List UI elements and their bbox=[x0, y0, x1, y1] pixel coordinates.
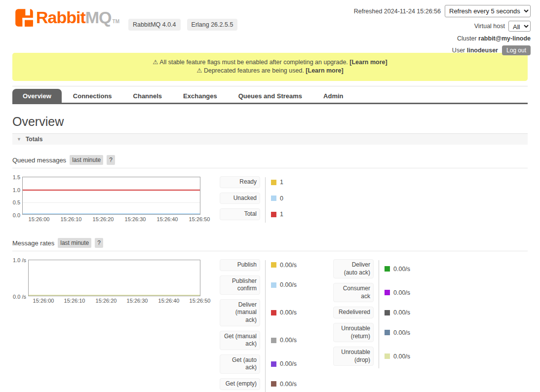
legend-row-consumer-ack: Consumer ack 0.00/s bbox=[333, 283, 447, 302]
tab-exchanges[interactable]: Exchanges bbox=[173, 89, 227, 103]
deliver-auto-ack-color-swatch bbox=[385, 266, 390, 272]
legend-label: Unroutable (return) bbox=[333, 323, 374, 342]
publisher-confirm-color-swatch bbox=[271, 282, 276, 288]
legend-row-publish: Publish 0.00/s bbox=[220, 259, 333, 271]
user-row: User linodeuser Log out bbox=[354, 45, 531, 55]
ready-color-swatch bbox=[271, 180, 276, 185]
total-series-line bbox=[23, 190, 200, 191]
x-tick: 15:26:00 bbox=[33, 298, 54, 304]
legend-label: Unroutable (drop) bbox=[333, 347, 374, 366]
queued-messages-plot: 1.5 1.0 0.5 0.0 15:26:00 15:26:10 15:26:… bbox=[22, 177, 200, 215]
unroutable-return-color-swatch bbox=[385, 330, 390, 335]
queued-messages-legend: Ready 1 Unacked 0 Total 1 bbox=[220, 176, 326, 225]
legend-label: Deliver (manual ack) bbox=[220, 299, 260, 326]
legend-row-get-auto-ack: Get (auto ack) 0.00/s bbox=[220, 354, 333, 374]
user-name: linodeuser bbox=[467, 47, 498, 54]
app-header: Rabbit MQ TM RabbitMQ 4.0.4 Erlang 26.2.… bbox=[0, 0, 540, 53]
get-manual-ack-rate: 0.00/s bbox=[280, 337, 297, 344]
deprecated-warning-text: Deprecated features are being used. bbox=[202, 67, 306, 74]
feature-flags-warning-text: All stable feature flags must be enabled… bbox=[158, 59, 350, 66]
legend-label: Get (auto ack) bbox=[220, 354, 260, 374]
consumer-ack-rate: 0.00/s bbox=[393, 289, 410, 296]
legend-row-get-empty: Get (empty) 0.00/s bbox=[220, 378, 333, 390]
queued-messages-mode-badge[interactable]: last minute bbox=[70, 155, 103, 165]
unacked-series-line bbox=[23, 213, 200, 214]
legend-row-ready: Ready 1 bbox=[220, 176, 326, 188]
logo-text-rabbit: Rabbit bbox=[36, 7, 85, 27]
message-rates-legend-right: Deliver (auto ack) 0.00/s Consumer ack 0… bbox=[333, 259, 447, 370]
rabbitmq-version-badge: RabbitMQ 4.0.4 bbox=[128, 19, 181, 31]
unroutable-return-rate: 0.00/s bbox=[393, 329, 410, 336]
y-tick: 0.0 bbox=[13, 212, 20, 218]
x-tick: 15:26:00 bbox=[29, 216, 50, 222]
get-empty-color-swatch bbox=[271, 381, 276, 387]
version-badges: RabbitMQ 4.0.4 Erlang 26.2.5.5 bbox=[128, 19, 237, 31]
virtual-host-label: Virtual host bbox=[474, 23, 505, 30]
message-rates-legend-left: Publish 0.00/s Publisher confirm 0.00/s … bbox=[220, 259, 333, 392]
legend-label: Redelivered bbox=[333, 307, 374, 318]
queued-messages-help-icon[interactable]: ? bbox=[107, 155, 115, 165]
tab-connections[interactable]: Connections bbox=[63, 89, 122, 103]
refresh-row: Refreshed 2024-11-24 15:26:56 Refresh ev… bbox=[354, 5, 531, 17]
main-nav-tabs: Overview Connections Channels Exchanges … bbox=[12, 86, 528, 104]
page-title: Overview bbox=[12, 115, 528, 129]
legend-divider bbox=[265, 260, 266, 392]
x-tick: 15:26:20 bbox=[96, 298, 117, 304]
message-rates-label: Message rates bbox=[12, 239, 54, 247]
message-rates-mode-badge[interactable]: last minute bbox=[58, 238, 91, 248]
get-manual-ack-color-swatch bbox=[271, 338, 276, 343]
legend-row-total: Total 1 bbox=[220, 208, 326, 220]
publisher-confirm-rate: 0.00/s bbox=[280, 281, 297, 288]
x-tick: 15:26:10 bbox=[61, 216, 82, 222]
message-rates-help-icon[interactable]: ? bbox=[95, 238, 103, 248]
total-color-swatch bbox=[271, 212, 276, 217]
legend-row-redelivered: Redelivered 0.00/s bbox=[333, 307, 447, 318]
x-tick: 15:26:30 bbox=[127, 298, 148, 304]
deprecated-learn-more-link[interactable]: [Learn more] bbox=[306, 67, 343, 74]
queued-messages-row: 1.5 1.0 0.5 0.0 15:26:00 15:26:10 15:26:… bbox=[12, 175, 528, 225]
tab-overview[interactable]: Overview bbox=[12, 89, 62, 103]
x-tick: 15:26:40 bbox=[157, 216, 178, 222]
logo-trademark: TM bbox=[113, 19, 119, 24]
legend-label: Publish bbox=[220, 259, 260, 271]
legend-divider bbox=[379, 260, 379, 368]
logo-text-mq: MQ bbox=[85, 7, 112, 27]
unacked-value: 0 bbox=[280, 195, 283, 202]
y-tick: 0.0 /s bbox=[13, 294, 26, 300]
virtual-host-select[interactable]: All bbox=[508, 21, 531, 32]
legend-divider bbox=[265, 177, 266, 223]
warning-banner: ⚠ All stable feature flags must be enabl… bbox=[12, 53, 528, 81]
logout-button[interactable]: Log out bbox=[502, 45, 531, 55]
legend-row-get-manual-ack: Get (manual ack) 0.00/s bbox=[220, 331, 333, 350]
y-tick: 0.5 bbox=[13, 199, 20, 205]
x-tick: 15:26:20 bbox=[93, 216, 114, 222]
message-rates-row: 1.0 /s 0.0 /s 15:26:00 15:26:10 15:26:20… bbox=[12, 258, 528, 392]
tab-queues-and-streams[interactable]: Queues and Streams bbox=[229, 89, 312, 103]
legend-row-unroutable-drop: Unroutable (drop) 0.00/s bbox=[333, 347, 447, 366]
warning-icon: ⚠ bbox=[153, 59, 158, 66]
totals-section-toggle[interactable]: ▼ Totals bbox=[12, 133, 528, 145]
publish-color-swatch bbox=[271, 262, 276, 268]
x-tick: 15:26:50 bbox=[189, 216, 210, 222]
gridline bbox=[23, 202, 200, 203]
x-tick: 15:26:50 bbox=[190, 298, 211, 304]
rabbitmq-logo-icon bbox=[15, 8, 34, 27]
legend-label: Total bbox=[220, 208, 260, 220]
y-tick: 1.0 bbox=[13, 187, 20, 193]
cluster-label: Cluster bbox=[457, 35, 478, 42]
feature-flags-learn-more-link[interactable]: [Learn more] bbox=[349, 59, 387, 66]
legend-row-publisher-confirm: Publisher confirm 0.00/s bbox=[220, 275, 333, 295]
tab-admin[interactable]: Admin bbox=[313, 89, 353, 103]
user-label: User bbox=[452, 47, 467, 54]
deprecated-features-warning: ⚠ Deprecated features are being used. [L… bbox=[16, 67, 524, 75]
unroutable-drop-color-swatch bbox=[385, 353, 390, 359]
cluster-row: Cluster rabbit@my-linode bbox=[354, 35, 531, 42]
deliver-manual-ack-rate: 0.00/s bbox=[280, 309, 297, 316]
refreshed-timestamp: Refreshed 2024-11-24 15:26:56 bbox=[354, 8, 441, 15]
refresh-interval-select[interactable]: Refresh every 5 seconds bbox=[445, 5, 531, 17]
unacked-color-swatch bbox=[271, 196, 276, 201]
tab-channels[interactable]: Channels bbox=[123, 89, 172, 103]
queued-messages-label: Queued messages bbox=[12, 157, 66, 164]
legend-label: Get (empty) bbox=[220, 378, 260, 390]
legend-label: Publisher confirm bbox=[220, 275, 260, 295]
